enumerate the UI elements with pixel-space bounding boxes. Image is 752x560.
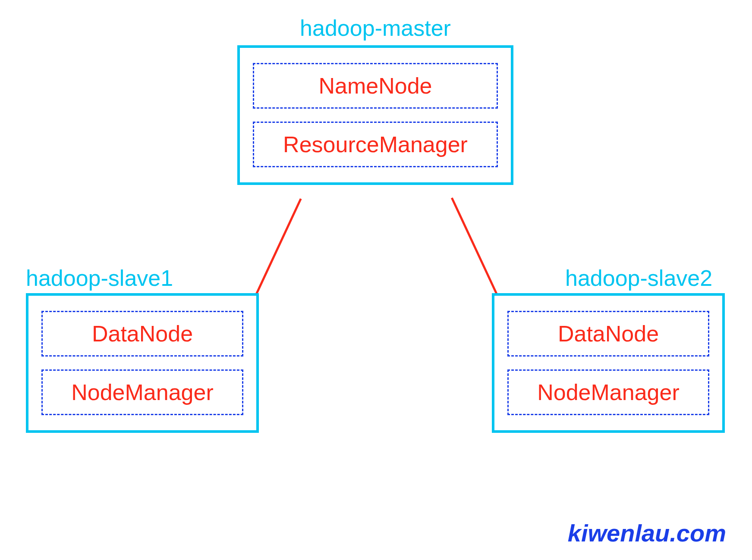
resourcemanager-component: ResourceManager: [253, 122, 498, 167]
slave1-node-box: DataNode NodeManager: [26, 293, 259, 433]
slave2-nodemanager-component: NodeManager: [507, 369, 709, 415]
slave2-node-box: DataNode NodeManager: [492, 293, 725, 433]
slave1-node-title: hadoop-slave1: [26, 265, 173, 291]
slave1-datanode-component: DataNode: [41, 311, 243, 357]
master-node-title: hadoop-master: [267, 15, 483, 41]
watermark-text: kiwenlau.com: [568, 519, 726, 547]
connector-master-slave2: [451, 197, 504, 308]
slave2-datanode-component: DataNode: [507, 311, 709, 357]
slave2-node-title: hadoop-slave2: [565, 265, 712, 291]
connector-master-slave1: [249, 198, 302, 309]
master-node-box: NameNode ResourceManager: [237, 45, 513, 185]
namenode-component: NameNode: [253, 63, 498, 109]
slave1-nodemanager-component: NodeManager: [41, 369, 243, 415]
